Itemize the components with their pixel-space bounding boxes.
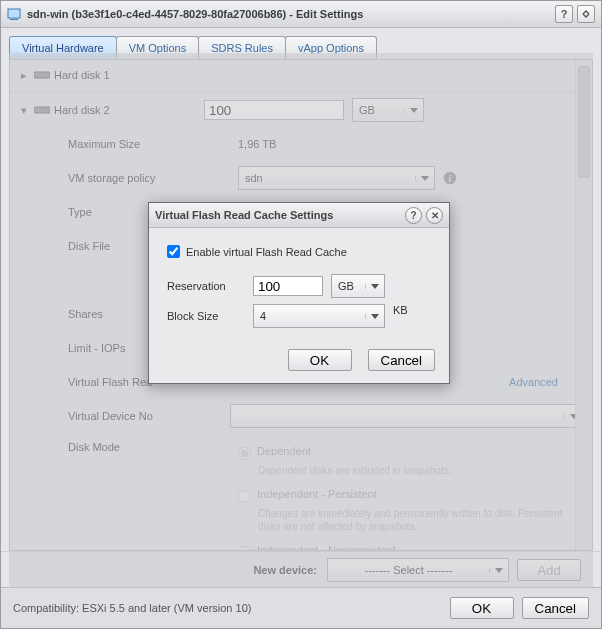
add-button[interactable]: Add	[517, 559, 581, 581]
reservation-unit-value: GB	[332, 280, 365, 292]
vdn-select[interactable]	[230, 404, 584, 428]
modal-body: Enable virtual Flash Read Cache Reservat…	[149, 228, 449, 339]
disk-mode-indp-desc: Changes are immediately and permanently …	[238, 507, 578, 534]
hard-disk-icon	[34, 105, 48, 115]
radio-ind-nonpersist[interactable]	[238, 546, 251, 552]
vdn-row: Virtual Device No	[10, 399, 592, 433]
vfrc-advanced-link[interactable]: Advanced	[509, 376, 558, 388]
radio-ind-persist[interactable]	[238, 490, 251, 503]
hd2-size-unit-value: GB	[353, 104, 404, 116]
hd2-size-unit-select[interactable]: GB	[352, 98, 424, 122]
svg-rect-2	[34, 72, 50, 78]
enable-vfrc-row: Enable virtual Flash Read Cache	[163, 242, 435, 261]
chevron-down-icon	[365, 284, 384, 289]
enable-vfrc-label: Enable virtual Flash Read Cache	[186, 246, 347, 258]
new-device-bar: New device: ------- Select ------- Add	[1, 551, 601, 588]
hd1-label: Hard disk 1	[54, 69, 204, 81]
block-size-label: Block Size	[163, 301, 249, 331]
compatibility-text: Compatibility: ESXi 5.5 and later (VM ve…	[13, 602, 442, 614]
hard-disk-1-row: ▸ Hard disk 1	[10, 60, 592, 92]
disk-mode-row: Disk Mode Dependent Dependent disks are …	[10, 433, 592, 551]
modal-titlebar: Virtual Flash Read Cache Settings ? ✕	[149, 203, 449, 228]
block-size-select[interactable]: 4	[253, 304, 385, 328]
reservation-label: Reservation	[163, 271, 249, 301]
new-device-select[interactable]: ------- Select -------	[327, 558, 509, 582]
modal-title: Virtual Flash Read Cache Settings	[155, 209, 333, 221]
svg-rect-1	[10, 19, 18, 20]
disk-mode-dependent[interactable]: Dependent	[238, 441, 584, 464]
reservation-unit-select[interactable]: GB	[331, 274, 385, 298]
chevron-down-icon	[489, 568, 508, 573]
max-size-value: 1,96 TB	[238, 138, 276, 150]
scrollbar-thumb[interactable]	[578, 66, 590, 178]
hd2-size-input[interactable]	[204, 100, 344, 120]
svg-text:i: i	[449, 173, 452, 184]
expander-hd2[interactable]: ▾	[18, 104, 30, 117]
tab-vm-options[interactable]: VM Options	[116, 36, 199, 59]
reservation-row: Reservation GB	[163, 271, 412, 301]
vfrc-settings-dialog: Virtual Flash Read Cache Settings ? ✕ En…	[148, 202, 450, 384]
scrollbar[interactable]	[575, 60, 592, 550]
chevron-down-icon	[415, 176, 434, 181]
storage-policy-value: sdn	[239, 172, 415, 184]
footer: Compatibility: ESXi 5.5 and later (VM ve…	[1, 587, 601, 628]
cancel-button[interactable]: Cancel	[522, 597, 590, 619]
reservation-input[interactable]	[253, 276, 323, 296]
expand-icon[interactable]	[577, 5, 595, 23]
edit-settings-window: sdn-win (b3e3f1e0-c4ed-4457-8029-80fa270…	[0, 0, 602, 629]
tab-bar: Virtual Hardware VM Options SDRS Rules v…	[1, 28, 601, 59]
chevron-down-icon	[404, 108, 423, 113]
enable-vfrc-checkbox[interactable]	[167, 245, 180, 258]
vdn-label: Virtual Device No	[18, 410, 230, 422]
modal-close-icon[interactable]: ✕	[426, 207, 443, 224]
modal-actions: OK Cancel	[149, 339, 449, 383]
block-size-row: Block Size 4 KB	[163, 301, 412, 331]
tab-vapp-options[interactable]: vApp Options	[285, 36, 377, 59]
new-device-label: New device:	[253, 564, 317, 576]
block-size-value: 4	[254, 310, 365, 322]
hard-disk-icon	[34, 70, 48, 80]
disk-mode-indnp-label: Independent - Nonpersistent	[257, 544, 396, 552]
disk-mode-dep-desc: Dependent disks are included in snapshot…	[238, 464, 578, 478]
tab-virtual-hardware[interactable]: Virtual Hardware	[9, 36, 117, 59]
radio-dependent[interactable]	[238, 447, 251, 460]
block-size-unit: KB	[389, 301, 412, 331]
ok-button[interactable]: OK	[450, 597, 514, 619]
chevron-down-icon	[365, 314, 384, 319]
titlebar: sdn-win (b3e3f1e0-c4ed-4457-8029-80fa270…	[1, 1, 601, 28]
disk-mode-label: Disk Mode	[18, 441, 238, 453]
svg-rect-3	[34, 107, 50, 113]
disk-mode-ind-persist[interactable]: Independent - Persistent	[238, 484, 584, 507]
window-title: sdn-win (b3e3f1e0-c4ed-4457-8029-80fa270…	[27, 8, 551, 20]
help-icon[interactable]: ?	[555, 5, 573, 23]
disk-mode-indp-label: Independent - Persistent	[257, 488, 377, 500]
storage-policy-label: VM storage policy	[18, 172, 238, 184]
disk-mode-ind-nonpersist[interactable]: Independent - Nonpersistent	[238, 540, 584, 552]
tab-sdrs-rules[interactable]: SDRS Rules	[198, 36, 286, 59]
max-size-label: Maximum Size	[18, 138, 238, 150]
vm-icon	[7, 7, 21, 21]
expander-hd1[interactable]: ▸	[18, 69, 30, 82]
max-size-row: Maximum Size 1,96 TB	[10, 127, 592, 161]
hard-disk-2-row: ▾ Hard disk 2 GB	[10, 92, 592, 127]
svg-rect-0	[8, 9, 20, 18]
new-device-select-text: ------- Select -------	[328, 564, 489, 576]
storage-policy-row: VM storage policy sdn i	[10, 161, 592, 195]
info-icon[interactable]: i	[443, 171, 457, 185]
modal-help-icon[interactable]: ?	[405, 207, 422, 224]
storage-policy-select[interactable]: sdn	[238, 166, 435, 190]
hd2-label: Hard disk 2	[54, 104, 204, 116]
modal-ok-button[interactable]: OK	[288, 349, 352, 371]
disk-mode-dep-label: Dependent	[257, 445, 311, 457]
modal-cancel-button[interactable]: Cancel	[368, 349, 436, 371]
